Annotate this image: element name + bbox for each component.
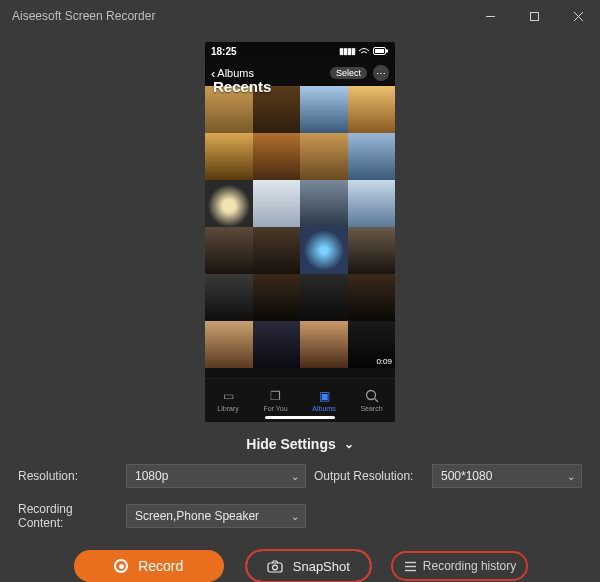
photo-thumb[interactable] bbox=[300, 274, 348, 321]
photo-thumb[interactable] bbox=[300, 133, 348, 180]
record-label: Record bbox=[138, 558, 183, 574]
svg-point-7 bbox=[366, 391, 375, 400]
recording-history-link[interactable]: Recording history bbox=[393, 553, 526, 579]
hide-settings-label: Hide Settings bbox=[246, 436, 335, 452]
photo-thumb[interactable] bbox=[348, 180, 396, 227]
photo-thumb[interactable] bbox=[205, 180, 253, 227]
phone-select-button[interactable]: Select bbox=[330, 67, 367, 79]
chevron-down-icon: ⌄ bbox=[291, 471, 299, 482]
search-icon bbox=[363, 389, 381, 403]
photo-thumb[interactable] bbox=[205, 274, 253, 321]
hide-settings-toggle[interactable]: Hide Settings ⌄ bbox=[0, 436, 600, 452]
window-buttons bbox=[468, 0, 600, 32]
photo-thumb[interactable] bbox=[205, 321, 253, 368]
photo-thumb[interactable] bbox=[205, 227, 253, 274]
minimize-button[interactable] bbox=[468, 0, 512, 32]
output-resolution-value: 500*1080 bbox=[441, 469, 492, 483]
photo-thumb[interactable]: 0:09 bbox=[348, 321, 396, 368]
video-duration: 0:09 bbox=[376, 357, 392, 366]
phone-tab-foryou[interactable]: ❐ For You bbox=[263, 389, 287, 412]
tab-label: For You bbox=[263, 405, 287, 412]
chevron-down-icon: ⌄ bbox=[567, 471, 575, 482]
snapshot-label: SnapShot bbox=[293, 559, 350, 574]
photo-thumb[interactable] bbox=[300, 321, 348, 368]
phone-home-indicator bbox=[265, 416, 335, 419]
phone-more-button[interactable]: ⋯ bbox=[373, 65, 389, 81]
phone-statusbar: 18:25 ▮▮▮▮ bbox=[205, 42, 395, 60]
minimize-icon bbox=[485, 11, 496, 22]
svg-point-10 bbox=[272, 565, 277, 570]
resolution-label: Resolution: bbox=[18, 469, 118, 483]
photo-thumb[interactable] bbox=[205, 133, 253, 180]
svg-rect-5 bbox=[375, 49, 384, 53]
resolution-value: 1080p bbox=[135, 469, 168, 483]
library-icon: ▭ bbox=[219, 389, 237, 403]
recording-content-value: Screen,Phone Speaker bbox=[135, 509, 259, 523]
phone-photo-grid[interactable]: 0:09 bbox=[205, 86, 395, 378]
output-resolution-select[interactable]: 500*1080 ⌄ bbox=[432, 464, 582, 488]
phone-screen[interactable]: 18:25 ▮▮▮▮ ‹ Albums Select ⋯ Recents bbox=[205, 42, 395, 422]
close-icon bbox=[573, 11, 584, 22]
photo-thumb[interactable] bbox=[253, 321, 301, 368]
settings-panel: Resolution: 1080p ⌄ Output Resolution: 5… bbox=[18, 464, 582, 530]
actions-row: Record SnapShot Recording history bbox=[0, 550, 600, 582]
resolution-select[interactable]: 1080p ⌄ bbox=[126, 464, 306, 488]
phone-tab-search[interactable]: Search bbox=[360, 389, 382, 412]
albums-icon: ▣ bbox=[315, 389, 333, 403]
photo-thumb[interactable] bbox=[300, 86, 348, 133]
maximize-icon bbox=[529, 11, 540, 22]
phone-clock: 18:25 bbox=[211, 46, 237, 57]
phone-status-icons: ▮▮▮▮ bbox=[339, 46, 389, 56]
svg-rect-6 bbox=[386, 49, 388, 52]
output-resolution-label: Output Resolution: bbox=[314, 469, 424, 483]
photo-thumb[interactable] bbox=[348, 133, 396, 180]
foryou-icon: ❐ bbox=[267, 389, 285, 403]
record-icon bbox=[114, 559, 128, 573]
record-button[interactable]: Record bbox=[74, 550, 224, 582]
maximize-button[interactable] bbox=[512, 0, 556, 32]
wifi-icon bbox=[358, 47, 370, 56]
photo-thumb[interactable] bbox=[348, 227, 396, 274]
photo-thumb[interactable] bbox=[348, 86, 396, 133]
window-title: Aiseesoft Screen Recorder bbox=[12, 9, 155, 23]
ellipsis-icon: ⋯ bbox=[376, 68, 386, 79]
chevron-down-icon: ⌄ bbox=[291, 511, 299, 522]
svg-rect-9 bbox=[268, 563, 282, 572]
chevron-down-icon: ⌄ bbox=[344, 437, 354, 451]
photo-thumb[interactable] bbox=[253, 180, 301, 227]
recording-content-select[interactable]: Screen,Phone Speaker ⌄ bbox=[126, 504, 306, 528]
photo-thumb[interactable] bbox=[253, 274, 301, 321]
photo-thumb[interactable] bbox=[253, 133, 301, 180]
camera-icon bbox=[267, 560, 283, 573]
titlebar: Aiseesoft Screen Recorder bbox=[0, 0, 600, 32]
photo-thumb[interactable] bbox=[348, 274, 396, 321]
recording-history-label: Recording history bbox=[423, 559, 516, 573]
phone-tab-albums[interactable]: ▣ Albums bbox=[312, 389, 335, 412]
battery-icon bbox=[373, 47, 389, 56]
svg-line-8 bbox=[374, 399, 378, 403]
tab-label: Albums bbox=[312, 405, 335, 412]
photo-thumb[interactable] bbox=[253, 227, 301, 274]
phone-album-title: Recents bbox=[213, 78, 271, 95]
list-icon bbox=[403, 561, 417, 572]
tab-label: Library bbox=[217, 405, 238, 412]
svg-rect-1 bbox=[530, 12, 538, 20]
photo-thumb[interactable] bbox=[300, 227, 348, 274]
recording-content-label: Recording Content: bbox=[18, 502, 118, 530]
close-button[interactable] bbox=[556, 0, 600, 32]
mirror-area: 18:25 ▮▮▮▮ ‹ Albums Select ⋯ Recents bbox=[0, 32, 600, 422]
phone-tab-library[interactable]: ▭ Library bbox=[217, 389, 238, 412]
photo-thumb[interactable] bbox=[300, 180, 348, 227]
tab-label: Search bbox=[360, 405, 382, 412]
signal-icon: ▮▮▮▮ bbox=[339, 46, 355, 56]
snapshot-button[interactable]: SnapShot bbox=[246, 550, 371, 582]
